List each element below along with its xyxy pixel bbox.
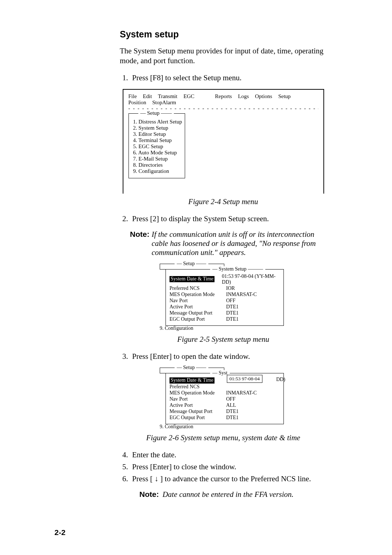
system-setup-box: — System Setup ——— System Date & Time01:… bbox=[166, 269, 284, 326]
note-label: Note: bbox=[130, 230, 150, 257]
setup-dropdown: — Setup —— 1. Distress Alert Setup 2. Sy… bbox=[128, 113, 185, 178]
row-label: Active Port bbox=[170, 402, 226, 408]
figure-2-4-caption: Figure 2-4 Setup menu bbox=[120, 197, 327, 206]
setup-menu-item: 7. E-Mail Setup bbox=[133, 156, 180, 162]
setup-menu-item: 4. Terminal Setup bbox=[133, 137, 180, 143]
menubar-item: Transmit bbox=[158, 93, 177, 99]
setup-menu-item: 9. Configuration bbox=[133, 168, 180, 174]
system-setup-date-screenshot: — Setup —— — Syst 01:53 97-08-04 DD) Sys… bbox=[160, 368, 287, 430]
row-value: 01:53 97-08-04 (YY-MM-DD) bbox=[222, 274, 280, 285]
note-label: Note: bbox=[139, 490, 159, 499]
row-value: IOR bbox=[226, 285, 235, 291]
menubar-item: Position bbox=[128, 100, 146, 105]
figure-2-5-caption: Figure 2-5 System setup menu bbox=[120, 335, 327, 344]
menubar-item: File bbox=[128, 93, 137, 99]
row-label: EGC Output Port bbox=[170, 316, 226, 322]
selected-row-label: System Date & Time bbox=[170, 276, 215, 282]
setup-menu-item: 5. EGC Setup bbox=[133, 143, 180, 150]
note-1: Note: If the communication unit is off o… bbox=[130, 230, 327, 257]
system-setup-box: — Syst 01:53 97-08-04 DD) System Date & … bbox=[166, 373, 284, 424]
system-setup-screenshot: — Setup —— — System Setup ——— System Dat… bbox=[160, 264, 287, 331]
menubar-item: Logs bbox=[238, 93, 249, 99]
note-text: Date cannot be entered in the FFA versio… bbox=[163, 490, 294, 499]
row-value: ALL bbox=[226, 402, 236, 408]
row-label: Message Output Port bbox=[170, 409, 226, 414]
row-value: DTE1 bbox=[226, 409, 238, 414]
intro-paragraph: The System Setup menu provides for input… bbox=[120, 46, 327, 66]
row-value: INMARSAT-C bbox=[226, 292, 257, 297]
selected-row-label: System Date & Time bbox=[170, 377, 215, 384]
row-value: DTE1 bbox=[226, 316, 238, 322]
section-heading: System setup bbox=[120, 29, 327, 40]
note-2: Note: Date cannot be entered in the FFA … bbox=[139, 490, 327, 499]
row-label: EGC Output Port bbox=[170, 415, 226, 421]
note-text: If the communication unit is off or its … bbox=[152, 230, 327, 257]
page-number: 2-2 bbox=[54, 528, 65, 537]
menubar-item: Reports bbox=[215, 93, 232, 99]
step-6: Press [ ↓ ] to advance the cursor to the… bbox=[130, 474, 327, 483]
row-value: OFF bbox=[226, 298, 236, 304]
menubar-item: StopAlarm bbox=[152, 100, 176, 105]
row-label: Message Output Port bbox=[170, 310, 226, 316]
row-label: MES Operation Mode bbox=[170, 292, 226, 297]
row-value: OFF bbox=[226, 396, 236, 402]
row-label: MES Operation Mode bbox=[170, 390, 226, 396]
dd-tail: DD) bbox=[276, 377, 285, 382]
down-arrow-icon: ↓ bbox=[155, 474, 159, 483]
row-label: Active Port bbox=[170, 304, 226, 310]
menubar-item: Setup bbox=[278, 93, 291, 99]
row-value: INMARSAT-C bbox=[226, 390, 257, 396]
step-5: Press [Enter] to close the window. bbox=[130, 462, 327, 471]
row-label: Preferred NCS bbox=[170, 285, 226, 291]
step-1: Press [F8] to select the Setup menu. bbox=[130, 73, 327, 82]
configuration-line: 9. Configuration bbox=[160, 424, 287, 430]
step-4: Enter the date. bbox=[130, 450, 327, 459]
setup-menu-item: 8. Directories bbox=[133, 162, 180, 168]
date-input-popup: 01:53 97-08-04 bbox=[227, 375, 262, 383]
setup-menu-item: 1. Distress Alert Setup bbox=[133, 119, 180, 125]
setup-dropdown-title: — Setup —— bbox=[138, 110, 174, 116]
menubar-item: Edit bbox=[143, 93, 152, 99]
step-3: Press [Enter] to open the date window. bbox=[130, 352, 327, 361]
step-2: Press [2] to display the System Setup sc… bbox=[130, 214, 327, 223]
menubar-item: EGC bbox=[183, 93, 194, 99]
menubar-item: Options bbox=[255, 93, 272, 99]
row-label: Nav Port bbox=[170, 298, 226, 304]
row-label: Preferred NCS bbox=[170, 384, 226, 390]
row-label: Nav Port bbox=[170, 396, 226, 402]
setup-menu-item: 3. Editor Setup bbox=[133, 131, 180, 137]
menubar: File Edit Transmit EGC Reports Logs Opti… bbox=[128, 93, 318, 106]
row-value: DTE1 bbox=[226, 304, 238, 310]
setup-menu-screenshot: File Edit Transmit EGC Reports Logs Opti… bbox=[123, 89, 324, 194]
setup-menu-item: 6. Auto Mode Setup bbox=[133, 150, 180, 156]
configuration-line: 9. Configuration bbox=[160, 325, 287, 331]
figure-2-6-caption: Figure 2-6 System setup menu, system dat… bbox=[120, 433, 327, 442]
row-value: DTE1 bbox=[226, 310, 238, 316]
row-value: DTE1 bbox=[226, 415, 238, 421]
setup-menu-item: 2. System Setup bbox=[133, 125, 180, 131]
